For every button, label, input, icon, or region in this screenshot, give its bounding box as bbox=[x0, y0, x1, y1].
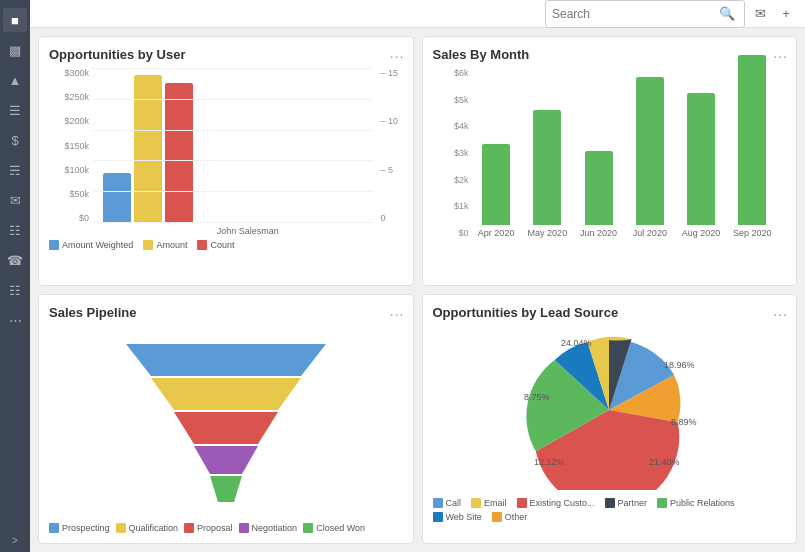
opp-bar-blue bbox=[103, 173, 131, 223]
sidebar-icon-phone[interactable]: ☎ bbox=[3, 248, 27, 272]
legend-web-site: Web Site bbox=[433, 512, 482, 522]
funnel-chart bbox=[116, 344, 336, 504]
opp-x-label: John Salesman bbox=[93, 226, 403, 236]
funnel-container bbox=[49, 326, 403, 521]
month-aug: Aug 2020 bbox=[676, 93, 727, 238]
pie-label-web: 8.75% bbox=[524, 392, 550, 402]
sidebar-icon-envelope[interactable]: ✉ bbox=[3, 188, 27, 212]
legend-existing: Existing Custo... bbox=[517, 498, 595, 508]
month-apr: Apr 2020 bbox=[471, 144, 522, 238]
sales-bar-chart-area: $0 $1k $2k $3k $4k $5k $6k Apr 2020 May … bbox=[433, 68, 787, 238]
legend-negotiation: Negotiation bbox=[239, 523, 298, 533]
legend-qualification: Qualification bbox=[116, 523, 179, 533]
pie-container: 18.96% 8.89% 21.40% 12.12% 8.75% 24.04% bbox=[433, 326, 787, 494]
pie-label-other: 8.89% bbox=[671, 417, 697, 427]
month-jul: Jul 2020 bbox=[624, 77, 675, 238]
sales-pipeline-title: Sales Pipeline bbox=[49, 305, 403, 320]
opp-by-lead-panel: Opportunities by Lead Source ... bbox=[422, 294, 798, 544]
funnel-proposal bbox=[174, 412, 278, 444]
funnel-qualification bbox=[151, 378, 301, 410]
pie-legend: Call Email Existing Custo... Partner Pub… bbox=[433, 498, 787, 522]
legend-proposal: Proposal bbox=[184, 523, 233, 533]
sales-yaxis: $0 $1k $2k $3k $4k $5k $6k bbox=[433, 68, 469, 238]
sidebar-icon-calendar[interactable]: ☷ bbox=[3, 218, 27, 242]
sidebar-icon-briefcase[interactable]: ☴ bbox=[3, 158, 27, 182]
search-wrap[interactable]: 🔍 bbox=[545, 0, 745, 28]
month-sep: Sep 2020 bbox=[727, 55, 778, 238]
legend-amount-weighted: Amount Weighted bbox=[49, 240, 133, 250]
legend-call: Call bbox=[433, 498, 462, 508]
pie-label-existing: 21.40% bbox=[649, 457, 680, 467]
opp-yaxis-right: 0 – 5 – 10 – 15 bbox=[378, 68, 403, 223]
funnel-negotiation bbox=[194, 446, 258, 474]
opp-chart: $0 $50k $100k $150k $200k $250k $300k 0 … bbox=[49, 68, 403, 276]
sidebar-icon-dollar[interactable]: $ bbox=[3, 128, 27, 152]
sidebar-icon-listalt[interactable]: ☷ bbox=[3, 278, 27, 302]
dashboard: Opportunities by User ... $0 $50k $100k … bbox=[30, 28, 805, 552]
sales-pipeline-menu[interactable]: ... bbox=[390, 303, 405, 319]
sales-by-month-panel: Sales By Month ... $0 $1k $2k $3k $4k $5… bbox=[422, 36, 798, 286]
pie-label-pr: 12.12% bbox=[534, 457, 565, 467]
sidebar-icon-chart[interactable]: ▩ bbox=[3, 38, 27, 62]
pipeline-legend: Prospecting Qualification Proposal Negot… bbox=[49, 523, 403, 533]
legend-swatch-blue bbox=[49, 240, 59, 250]
sidebar-expand-button[interactable]: > bbox=[12, 535, 18, 546]
main-area: 🔍 ✉ + Opportunities by User ... $0 bbox=[30, 0, 805, 552]
sidebar-icon-tag[interactable]: ▲ bbox=[3, 68, 27, 92]
opp-by-lead-title: Opportunities by Lead Source bbox=[433, 305, 787, 320]
plus-icon[interactable]: + bbox=[775, 3, 797, 25]
funnel-closed-won bbox=[210, 476, 242, 502]
sidebar-icon-grid[interactable]: ■ bbox=[3, 8, 27, 32]
pie-label-call: 18.96% bbox=[664, 360, 695, 370]
legend-other-lead: Other bbox=[492, 512, 528, 522]
month-jun: Jun 2020 bbox=[573, 151, 624, 238]
opp-legend: Amount Weighted Amount Count bbox=[49, 240, 403, 250]
opp-yaxis-left: $0 $50k $100k $150k $200k $250k $300k bbox=[49, 68, 89, 223]
legend-swatch-red bbox=[197, 240, 207, 250]
month-may: May 2020 bbox=[522, 110, 573, 238]
sidebar: ■ ▩ ▲ ☰ $ ☴ ✉ ☷ ☎ ☷ ⋯ > bbox=[0, 0, 30, 552]
legend-partner: Partner bbox=[605, 498, 648, 508]
legend-prospecting: Prospecting bbox=[49, 523, 110, 533]
pie-label-email: 24.04% bbox=[561, 338, 592, 348]
opp-bar-yellow bbox=[134, 75, 162, 223]
opp-by-user-menu[interactable]: ... bbox=[390, 45, 405, 61]
legend-closed-won: Closed Won bbox=[303, 523, 365, 533]
funnel-prospecting bbox=[126, 344, 326, 376]
opp-by-user-title: Opportunities by User bbox=[49, 47, 403, 62]
opp-bar-red bbox=[165, 83, 193, 223]
sales-pipeline-panel: Sales Pipeline ... bbox=[38, 294, 414, 544]
bell-icon[interactable]: ✉ bbox=[749, 3, 771, 25]
opp-by-user-panel: Opportunities by User ... $0 $50k $100k … bbox=[38, 36, 414, 286]
legend-swatch-yellow bbox=[143, 240, 153, 250]
search-icon[interactable]: 🔍 bbox=[716, 3, 738, 25]
legend-public-relations: Public Relations bbox=[657, 498, 735, 508]
opp-by-lead-menu[interactable]: ... bbox=[773, 303, 788, 319]
opp-bar-chart-area: $0 $50k $100k $150k $200k $250k $300k 0 … bbox=[49, 68, 403, 223]
pie-chart: 18.96% 8.89% 21.40% 12.12% 8.75% 24.04% bbox=[509, 330, 709, 490]
topbar: 🔍 ✉ + bbox=[30, 0, 805, 28]
search-input[interactable] bbox=[552, 7, 712, 21]
sidebar-icon-ellipsis[interactable]: ⋯ bbox=[3, 308, 27, 332]
opp-bar-group bbox=[103, 75, 193, 223]
legend-email: Email bbox=[471, 498, 507, 508]
sidebar-icon-list[interactable]: ☰ bbox=[3, 98, 27, 122]
legend-count: Count bbox=[197, 240, 234, 250]
legend-amount: Amount bbox=[143, 240, 187, 250]
